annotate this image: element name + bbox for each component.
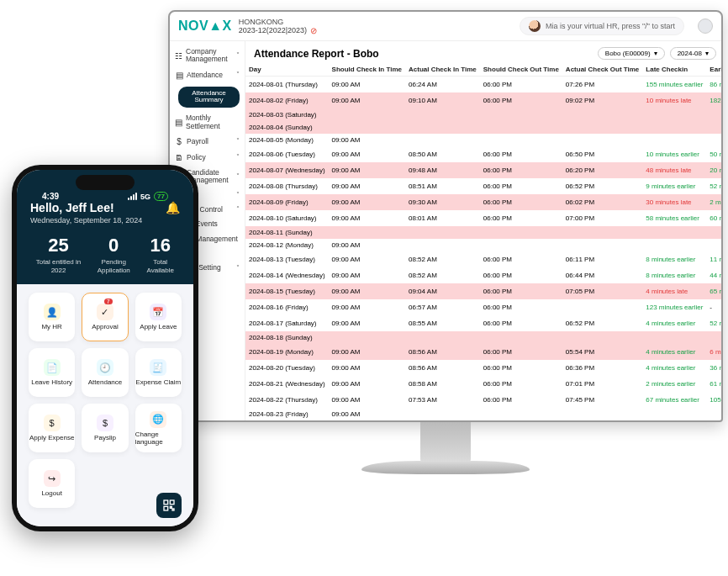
earlier-leave-cell: - (706, 299, 721, 315)
tile-icon: $ (97, 415, 113, 431)
chevron-icon: ˅ (236, 52, 240, 60)
table-cell: 07:45 PM (562, 392, 642, 408)
table-cell: 08:56 AM (405, 360, 480, 376)
late-checkin-cell: 30 minutes late (642, 194, 706, 210)
sidebar-item-label: Payroll (187, 138, 208, 145)
region-label: HONGKONG (239, 18, 284, 26)
tile-icon: 📄 (44, 359, 61, 376)
table-cell: 06:52 PM (562, 178, 642, 194)
table-cell: 06:57 AM (405, 299, 480, 315)
date-text: Wednesday, September 18, 2024 (30, 216, 180, 225)
app-tile[interactable]: 🌐Change language (135, 404, 182, 452)
bell-icon[interactable]: 🔔 (166, 201, 180, 214)
employee-select[interactable]: Bobo (E00009) ▾ (598, 47, 665, 60)
table-cell (329, 331, 405, 344)
late-checkin-cell (642, 226, 706, 239)
app-tile[interactable]: 👤My HR (29, 293, 75, 341)
brand-left: NOV (178, 18, 208, 33)
greeting-text: Hello, Jeff Lee! (30, 201, 114, 214)
table-cell: 09:00 AM (329, 267, 405, 283)
table-cell: 2024-08-10 (Saturday) (245, 210, 329, 226)
app-tile[interactable]: 📅Apply Leave (135, 293, 182, 341)
table-row: 2024-08-08 (Thursday)09:00 AM08:51 AM06:… (245, 178, 721, 194)
stat-value: 25 (30, 235, 87, 256)
app-tile[interactable]: 🕘Attendance (82, 348, 128, 397)
table-cell: 08:58 AM (405, 376, 480, 392)
virtual-hr-search[interactable]: Mia is your virtual HR, press "/" to sta… (520, 17, 684, 35)
phone-screen: 4:39 5G 77 Hello, Jeff Lee! 🔔 Wednesday,… (17, 170, 193, 526)
table-cell: 06:44 PM (562, 267, 642, 283)
late-checkin-cell: 10 minutes late (642, 92, 706, 108)
app-tile[interactable]: 📄Leave History (29, 348, 75, 397)
table-cell: 06:50 PM (562, 146, 642, 162)
earlier-leave-cell: 6 minutes earlier (706, 344, 721, 360)
sidebar-item-attendance-summary[interactable]: Attendance Summary (173, 83, 245, 112)
user-avatar[interactable] (698, 18, 713, 34)
tile-icon: 🌐 (150, 411, 166, 428)
earlier-leave-cell (706, 121, 721, 134)
stat-block: 25Total entitled in 2022 (30, 235, 87, 274)
status-time: 4:39 (42, 192, 59, 201)
table-cell: 2024-08-21 (Wednesday) (245, 376, 329, 392)
earlier-leave-cell: 60 minutes late (706, 210, 721, 226)
table-row: 2024-08-20 (Tuesday)09:00 AM08:56 AM06:0… (245, 360, 721, 376)
table-cell (480, 408, 562, 420)
sidebar-item[interactable]: ☷Company Management˅ (170, 45, 245, 67)
column-header: Should Check In Time (329, 63, 405, 77)
table-cell (562, 408, 642, 420)
tile-icon: 🕘 (97, 359, 113, 376)
network-label: 5G (140, 193, 150, 201)
sidebar-item[interactable]: $Payroll˅ (170, 134, 245, 150)
table-cell: 06:00 PM (480, 194, 562, 210)
stat-value: 0 (87, 235, 140, 256)
table-cell: 2024-08-13 (Tuesday) (245, 251, 329, 267)
late-checkin-cell (642, 134, 706, 146)
table-cell: 09:00 AM (329, 162, 405, 178)
table-cell: 2024-08-23 (Friday) (245, 408, 329, 420)
app-tile[interactable]: $Apply Expense (29, 404, 75, 452)
earlier-leave-cell: 105 minutes late (706, 392, 721, 408)
app-tile[interactable]: $Payslip (82, 404, 128, 452)
stat-block: 0Pending Application (87, 235, 140, 274)
earlier-leave-cell: 182 minutes late (706, 92, 721, 108)
table-cell: 09:02 PM (562, 92, 642, 108)
table-cell (405, 331, 480, 344)
table-cell: 06:00 PM (480, 376, 562, 392)
column-header: Actual Check Out Time (562, 63, 642, 77)
table-cell: 06:00 PM (480, 77, 562, 93)
tile-label: Payslip (94, 434, 116, 441)
table-cell: 07:01 PM (562, 376, 642, 392)
chevron-icon: ˅ (236, 154, 240, 161)
table-row: 2024-08-22 (Thursday)09:00 AM07:53 AM06:… (245, 392, 721, 408)
table-cell (562, 226, 642, 239)
qr-button[interactable] (156, 493, 182, 518)
tile-label: Apply Expense (29, 434, 74, 441)
app-tile[interactable]: ✓Approval7 (82, 293, 128, 341)
main-panel: Attendance Report - Bobo Bobo (E00009) ▾… (245, 41, 721, 420)
table-row: 2024-08-13 (Tuesday)09:00 AM08:52 AM06:0… (245, 251, 721, 267)
table-row: 2024-08-15 (Tuesday)09:00 AM09:04 AM06:0… (245, 283, 721, 299)
sidebar-item[interactable]: 🗎Policy˅ (170, 150, 245, 166)
app-tile[interactable]: 🧾Expense Claim (135, 348, 182, 397)
sidebar-item[interactable]: ▤Attendance˅ (170, 67, 245, 83)
table-cell: 08:55 AM (405, 315, 480, 331)
late-checkin-cell (642, 331, 706, 344)
sidebar-item-label: Monthly Settlement (186, 114, 240, 130)
attendance-table-wrap[interactable]: DayShould Check In TimeActual Check In T… (245, 63, 721, 420)
table-cell: 05:54 PM (562, 344, 642, 360)
table-cell: 2024-08-19 (Monday) (245, 344, 329, 360)
sidebar-item[interactable]: ▤Monthly Settlement (170, 111, 245, 134)
monitor-neck (420, 422, 471, 464)
chevron-icon: ˅ (236, 71, 240, 79)
table-row: 2024-08-07 (Wednesday)09:00 AM09:48 AM06… (245, 162, 721, 178)
table-cell: 06:00 PM (480, 344, 562, 360)
app-tile[interactable]: ↪Logout (29, 459, 75, 508)
table-cell: 2024-08-15 (Tuesday) (245, 283, 329, 299)
month-select[interactable]: 2024-08 ▾ (670, 47, 716, 60)
table-cell (405, 121, 480, 134)
column-header: Actual Check In Time (405, 63, 480, 77)
table-cell: 09:00 AM (329, 92, 405, 108)
table-row: 2024-08-18 (Sunday) (245, 331, 721, 344)
table-cell: 09:00 AM (329, 77, 405, 93)
table-cell: 09:00 AM (329, 178, 405, 194)
